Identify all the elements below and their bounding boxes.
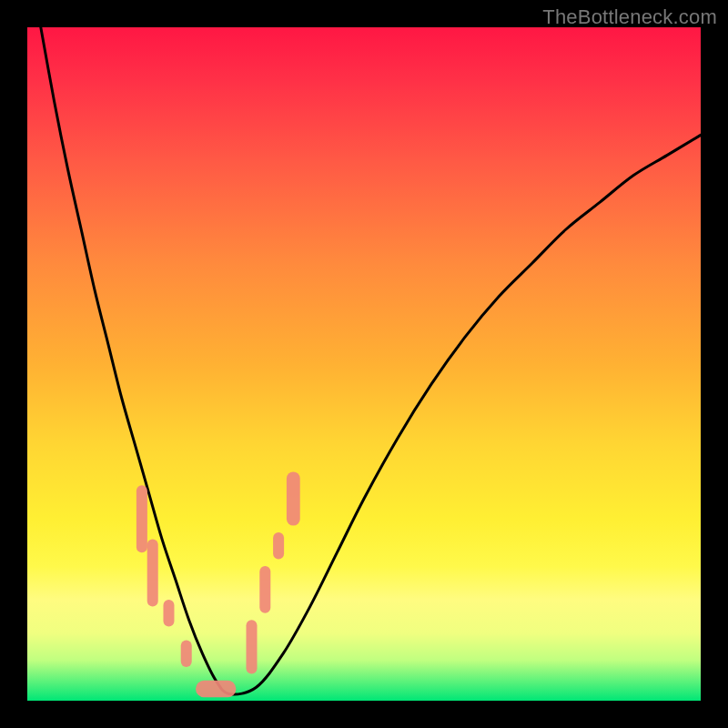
svg-rect-4 — [196, 681, 236, 698]
bottleneck-curve-line — [41, 27, 701, 694]
svg-rect-6 — [259, 566, 270, 613]
svg-rect-1 — [147, 539, 158, 606]
curve-svg — [27, 27, 701, 701]
chart-container: TheBottleneck.com — [0, 0, 728, 728]
svg-rect-7 — [273, 532, 284, 560]
plot-area — [27, 27, 701, 701]
svg-rect-5 — [247, 620, 258, 673]
svg-rect-8 — [287, 471, 300, 525]
svg-rect-0 — [136, 485, 147, 552]
svg-rect-2 — [163, 600, 174, 627]
watermark-text: TheBottleneck.com — [542, 5, 717, 29]
svg-rect-3 — [181, 640, 192, 667]
